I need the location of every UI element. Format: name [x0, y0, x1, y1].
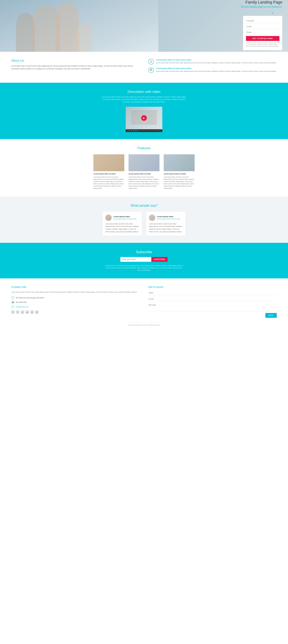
about-title: About Us [11, 59, 140, 62]
location-icon: 📍 [11, 296, 14, 299]
contact-name-input[interactable] [148, 291, 277, 295]
feature-text-2: Lorem ipsum dolor sit amet conse ctetur … [156, 67, 276, 73]
testimonial-subtitle-2: Lorem ipsum dolor sit amet conse [157, 218, 180, 220]
video-thumbnail: ▶ [126, 107, 162, 129]
star-icon[interactable]: ★ [35, 310, 38, 314]
feature-desc-2: Lorem ipsum dolor sit amet conse ctetur … [156, 70, 276, 72]
pause-icon[interactable]: ⏸ [127, 130, 128, 131]
hero-image [0, 0, 158, 52]
get-in-touch: Get in touch SEND [148, 286, 277, 318]
testimonials-grid: Lorem ipsum dolor Lorem ipsum dolor sit … [8, 212, 280, 236]
testimonial-info-1: Lorem ipsum dolor Lorem ipsum dolor sit … [113, 216, 136, 220]
hero-form-disclaimer: Lorem ipsum dolor sit amet conse ctetur … [246, 42, 280, 48]
get-started-button[interactable]: GET STARTED NOW! [246, 36, 280, 41]
about-feature-2: ⏰ Lorem ipsum dolor sit amet conse ctetu… [148, 67, 277, 73]
features-section: Features Lorem ipsum dolor sit amet Lore… [0, 139, 288, 196]
about-right: 📋 Lorem ipsum dolor sit amet conse ctetu… [148, 59, 277, 76]
feature-card-2: Lorem ipsum dolor sit amet Lorem ipsum d… [128, 154, 160, 190]
play-button[interactable]: ▶ [141, 115, 147, 121]
feature-card-text-2: Lorem ipsum dolor sit amet conse ctetur … [128, 176, 160, 190]
subscribe-form: SUBSCRIBE [11, 257, 277, 262]
stop-icon[interactable]: ⏹ [129, 130, 130, 131]
testimonials-title: What people say? [8, 204, 280, 208]
about-section: About Us Lorem ipsum dolor sit amet cons… [0, 52, 288, 83]
contact-email-item: ✉ info@demoink.org [11, 305, 140, 308]
fullscreen-icon[interactable]: ⛶ [160, 130, 161, 131]
testimonial-info-2: Lorem ipsum dolor Lorem ipsum dolor sit … [157, 216, 180, 220]
volume-icon[interactable]: 🔊 [131, 130, 132, 131]
hero-subtitle: The best landing page you are looking fo… [138, 6, 282, 8]
contact-title: Contact info [11, 286, 140, 289]
subscribe-section: Subscribe SUBSCRIBE Lorem ipsum dolor si… [0, 243, 288, 278]
fullname-input[interactable] [246, 19, 280, 23]
about-text: Lorem ipsum dolor sit amet conse ctetur … [11, 64, 140, 70]
subscribe-email-input[interactable] [120, 257, 151, 262]
testimonial-text-1: Lorem ipsum dolor sit amet conse ctetur … [105, 222, 139, 233]
video-controls: ⏸ ⏹ 🔊 0:00 ⛶ [126, 129, 162, 132]
feature-card-text-1: Lorem ipsum dolor sit amet conse ctetur … [94, 176, 124, 190]
linkedin-icon[interactable]: in [30, 310, 34, 314]
feature-icon-2: ⏰ [148, 67, 154, 73]
time-display: 0:00 [157, 130, 159, 131]
feature-title-2: Lorem ipsum dolor sit amet conse ctetur [156, 67, 276, 69]
feature-title-1: Lorem ipsum dolor sit amet conse ctetur [156, 59, 276, 61]
avatar-2 [149, 214, 155, 221]
email-input[interactable] [246, 24, 280, 29]
about-feature-1: 📋 Lorem ipsum dolor sit amet conse ctetu… [148, 59, 277, 64]
feature-card-title-3: Lorem ipsum dolor sit amet [164, 173, 194, 175]
contact-message-input[interactable] [148, 303, 277, 311]
contact-phone-item: 📱 800-2345-6789 [11, 301, 140, 304]
feature-text-1: Lorem ipsum dolor sit amet conse ctetur … [156, 59, 276, 64]
social-icons: f t p g+ in ★ [11, 310, 140, 314]
testimonial-card-2: Lorem ipsum dolor Lorem ipsum dolor sit … [146, 212, 186, 236]
phone-icon: 📱 [11, 301, 14, 304]
hero-form: GET STARTED NOW! Lorem ipsum dolor sit a… [243, 16, 282, 50]
feature-card-text-3: Lorem ipsum dolor sit amet conse ctetur … [164, 176, 194, 190]
contact-info: Contact info Lorem ipsum dolor sit amet … [11, 286, 140, 318]
contact-form: SEND [148, 291, 277, 318]
features-grid: Lorem ipsum dolor sit amet Lorem ipsum d… [8, 154, 280, 190]
contact-address: 4578 Marmora Road,Glasgow D04 89GR [16, 297, 44, 299]
send-button[interactable]: SEND [265, 313, 277, 318]
contact-address-item: 📍 4578 Marmora Road,Glasgow D04 89GR [11, 296, 140, 299]
facebook-icon[interactable]: f [11, 310, 14, 314]
about-left: About Us Lorem ipsum dolor sit amet cons… [11, 59, 140, 76]
testimonials-section: What people say? Lorem ipsum dolor Lorem… [0, 196, 288, 243]
feature-desc-1: Lorem ipsum dolor sit amet conse ctetur … [156, 62, 276, 64]
contact-email-link[interactable]: info@demoink.org [16, 306, 28, 308]
feature-card-3: Lorem ipsum dolor sit amet Lorem ipsum d… [164, 154, 194, 190]
googleplus-icon[interactable]: g+ [26, 310, 29, 314]
hero-title: Family Landing Page [138, 0, 282, 4]
subscribe-title: Subscribe [11, 250, 277, 254]
feature-card-1: Lorem ipsum dolor sit amet Lorem ipsum d… [94, 154, 124, 190]
pinterest-icon[interactable]: p [21, 310, 24, 314]
video-title: Description with video [11, 90, 277, 94]
hero-arrow-icon: ↙ [138, 11, 282, 14]
phone-input[interactable] [246, 30, 280, 34]
testimonial-subtitle-1: Lorem ipsum dolor sit amet conse [113, 218, 136, 220]
twitter-icon[interactable]: t [16, 310, 20, 314]
contact-email-input[interactable] [148, 297, 277, 301]
subscribe-button[interactable]: SUBSCRIBE [151, 257, 168, 262]
footer-section: Contact info Lorem ipsum dolor sit amet … [0, 278, 288, 322]
progress-fill [133, 130, 138, 131]
feature-image-1 [94, 154, 124, 171]
email-icon: ✉ [11, 305, 14, 308]
subscribe-desc: Lorem ipsum dolor sit amet conse ctetur … [104, 264, 184, 271]
contact-text: Lorem ipsum dolor sit amet conse ctetur … [11, 291, 140, 294]
footer-bottom: Family Landing Page © 2015. All Rights R… [0, 322, 288, 328]
testimonial-header-2: Lorem ipsum dolor Lorem ipsum dolor sit … [149, 214, 183, 221]
testimonial-header-1: Lorem ipsum dolor Lorem ipsum dolor sit … [105, 214, 139, 221]
video-section: Description with video Lorem ipsum dolor… [0, 83, 288, 139]
testimonial-name-1: Lorem ipsum dolor [113, 216, 136, 218]
feature-icon-1: 📋 [148, 59, 154, 64]
testimonial-card-1: Lorem ipsum dolor Lorem ipsum dolor sit … [102, 212, 142, 236]
hero-section: Family Landing Page The best landing pag… [0, 0, 288, 52]
feature-image-2 [128, 154, 160, 171]
feature-card-title-2: Lorem ipsum dolor sit amet [128, 173, 160, 175]
footer-copyright: Family Landing Page © 2015. All Rights R… [128, 324, 160, 326]
feature-card-title-1: Lorem ipsum dolor sit amet [94, 173, 124, 175]
contact-phone: 800-2345-6789 [16, 302, 26, 303]
video-player: ▶ ⏸ ⏹ 🔊 0:00 ⛶ [126, 107, 162, 132]
get-in-touch-title: Get in touch [148, 286, 277, 289]
